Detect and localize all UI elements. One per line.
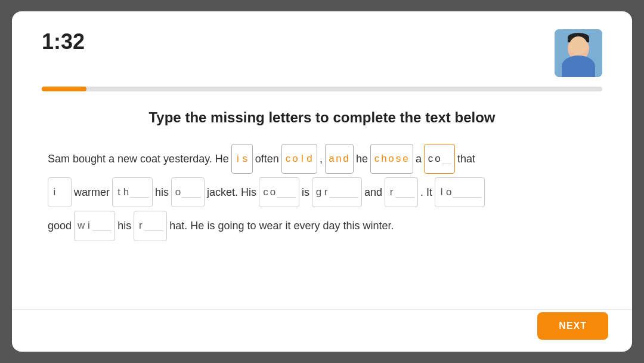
input-r2[interactable]: r: [134, 211, 167, 241]
input-o[interactable]: o: [171, 177, 205, 207]
timer-display: 1:32: [42, 29, 85, 54]
input-th[interactable]: t h: [112, 177, 153, 207]
text-line-1: Sam bought a new coat yesterday. He i s …: [48, 144, 596, 174]
svg-rect-2: [574, 54, 583, 63]
progress-bar: [42, 87, 602, 91]
input-co-blank[interactable]: c o: [424, 144, 455, 174]
input-lo[interactable]: l o: [435, 177, 485, 207]
word-is[interactable]: i s: [231, 144, 253, 174]
svg-rect-5: [568, 38, 589, 42]
text-his: his: [155, 179, 169, 207]
main-container: 1:32 Type the missing letters to complet…: [12, 11, 632, 352]
next-button[interactable]: NEXT: [537, 312, 608, 340]
text-line-3: good w i his r hat. He is going to wear …: [48, 211, 596, 241]
avatar: [555, 29, 602, 77]
svg-point-3: [568, 36, 589, 60]
svg-point-1: [562, 60, 595, 77]
word-cold[interactable]: c o l d: [281, 144, 317, 174]
input-co2[interactable]: c o: [259, 177, 299, 207]
word-chose[interactable]: c h o s e: [370, 144, 413, 174]
text-line-2: i warmer t h his o jacket. His c o: [48, 177, 596, 207]
text-intro: Sam bought a new coat yesterday. He: [48, 145, 229, 173]
divider: [12, 309, 632, 310]
input-gr[interactable]: g r: [312, 177, 362, 207]
input-r[interactable]: r: [385, 177, 418, 207]
exercise-title: Type the missing letters to complete the…: [42, 109, 602, 126]
word-and[interactable]: a n d: [325, 144, 354, 174]
progress-bar-fill: [42, 87, 86, 91]
svg-rect-0: [555, 29, 602, 77]
input-i[interactable]: i: [48, 177, 72, 207]
input-wi[interactable]: w i: [74, 211, 115, 241]
text-content: Sam bought a new coat yesterday. He i s …: [42, 144, 602, 241]
header: 1:32: [42, 29, 602, 77]
